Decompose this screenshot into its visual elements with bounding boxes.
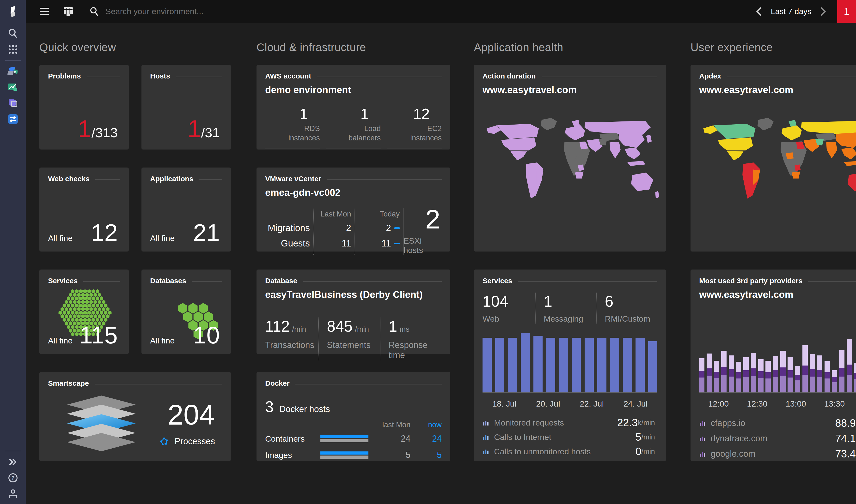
tile-action-duration[interactable]: Action duration www.easytravel.com <box>474 65 666 252</box>
row-label: Images <box>265 450 320 460</box>
dynatrace-logo[interactable] <box>0 0 26 23</box>
hex-dot <box>60 307 64 311</box>
stat-label: Load balancers <box>336 124 381 143</box>
stacked-bar <box>832 370 837 392</box>
providers-stacked-bar-chart <box>699 329 856 393</box>
stacked-bar <box>846 339 852 392</box>
hex-dot <box>65 300 68 304</box>
sidebar-user-icon[interactable] <box>0 486 26 502</box>
hex-dot <box>95 296 99 301</box>
containers-bars <box>320 435 368 442</box>
images-bars <box>320 451 368 458</box>
status-text: All fine <box>150 336 175 345</box>
hex-dot <box>71 304 74 308</box>
sidebar-help-icon[interactable]: ? <box>0 470 26 486</box>
tile-problems[interactable]: Problems 1 /313 <box>39 65 129 149</box>
sidebar-item-analytics-icon[interactable] <box>0 79 26 95</box>
hex-dot <box>87 310 91 314</box>
hex-dot <box>69 300 72 304</box>
tile-services[interactable]: Services All fine115 <box>39 270 129 354</box>
dashboards-icon[interactable] <box>63 6 74 17</box>
tile-vmware-vcenter[interactable]: VMware vCenter emea-gdn-vc002 Migrations… <box>257 167 450 252</box>
stat-web: 104 Web <box>483 292 535 324</box>
hex-dot <box>87 318 91 322</box>
hex-dot <box>100 296 103 301</box>
hex-dot <box>67 296 70 301</box>
x-axis-label: 13:00 <box>786 399 806 409</box>
cell-value: 11 <box>382 236 391 251</box>
timeframe-prev-icon[interactable] <box>755 6 763 17</box>
sidebar-item-hub-icon[interactable] <box>0 64 26 79</box>
tile-aws-account[interactable]: AWS account demo environment 1 RDS insta… <box>257 65 450 149</box>
tile-docker[interactable]: Docker 3 Docker hosts last Mon now Conta… <box>257 372 450 461</box>
tile-rule <box>176 76 222 77</box>
hex-dot <box>89 307 93 311</box>
hex-dot <box>91 289 95 293</box>
tile-3rd-party-providers[interactable]: Most used 3rd party providers www.easytr… <box>691 270 856 461</box>
bar <box>648 341 657 392</box>
col-header-last-mon: last Mon <box>368 420 410 429</box>
metric-row: Monitored requests 22.3 k/min <box>483 415 655 430</box>
stat-label: Transactions <box>265 340 318 350</box>
hex-dot <box>85 307 89 311</box>
vmware-col-last-mon: Last Mon 2 11 <box>313 208 354 255</box>
hex-dot <box>83 310 87 314</box>
hex-dot <box>67 318 70 322</box>
tile-apdex[interactable]: Apdex www.easytravel.com <box>691 65 856 252</box>
stacked-bar <box>736 362 741 392</box>
tile-web-checks[interactable]: Web checks All fine12 <box>39 167 129 252</box>
provider-value: 73.4 <box>835 448 856 460</box>
bar <box>546 338 555 392</box>
timeframe-next-icon[interactable] <box>820 6 827 17</box>
stat-messaging: 1 Messaging <box>535 292 596 324</box>
stat-value: 6 <box>605 292 657 310</box>
metric-unit: /min <box>641 433 655 441</box>
search-placeholder: Search your environment... <box>105 7 204 16</box>
hex-dot <box>94 307 97 311</box>
provider-value: 88.9 <box>835 417 856 429</box>
hex-dot <box>102 307 105 311</box>
metric-label: Calls to Internet <box>494 432 551 442</box>
x-axis-label: 20. Jul <box>536 399 560 409</box>
smartscape-layers-icon <box>53 394 150 454</box>
stat-unit: /min <box>292 325 306 334</box>
tile-databases[interactable]: Databases All fine10 <box>141 270 231 354</box>
hex-dot <box>85 314 89 318</box>
tile-smartscape[interactable]: Smartscape 204 Processes <box>39 372 231 461</box>
sidebar-item-releases-icon[interactable] <box>0 95 26 111</box>
sidebar-search-icon[interactable] <box>0 26 26 41</box>
hex-dot <box>83 289 87 293</box>
tile-app-services[interactable]: Services 104 Web 1 Messaging 6 RMI/Custo… <box>474 270 666 461</box>
col-header-now: now <box>410 420 442 429</box>
timeframe-selector: Last 7 days 1 <box>755 0 856 23</box>
tile-subtitle: demo environment <box>265 85 351 95</box>
row-label: Migrations <box>265 220 313 236</box>
menu-icon[interactable] <box>40 8 49 15</box>
metric-label: Monitored requests <box>494 418 564 428</box>
stat-label: RDS instances <box>276 124 320 143</box>
x-axis-label: 18. Jul <box>492 399 517 409</box>
notifications-badge[interactable]: 1 <box>837 0 856 23</box>
tile-hosts[interactable]: Hosts 1 /31 <box>141 65 231 149</box>
row-label: Containers <box>265 434 320 444</box>
stat-label: RMI/Custom <box>605 314 657 324</box>
section-title-app-health: Application health <box>474 41 563 54</box>
tile-applications[interactable]: Applications All fine21 <box>141 167 231 252</box>
hex-dot <box>63 318 66 322</box>
mini-bar-chart-icon <box>699 450 706 457</box>
sidebar-item-automations-icon[interactable] <box>0 111 26 127</box>
search-bar[interactable]: Search your environment... <box>89 6 755 17</box>
stat-label: Response time <box>389 340 442 360</box>
stat-unit: /min <box>355 325 369 334</box>
tile-database[interactable]: Database easyTravelBusiness (Derby Clien… <box>257 270 450 354</box>
tile-rule <box>317 76 442 77</box>
timeframe-label[interactable]: Last 7 days <box>771 7 811 16</box>
sidebar-expand-icon[interactable] <box>0 454 26 470</box>
sidebar-apps-grid-icon[interactable] <box>0 41 26 57</box>
stacked-bar <box>839 350 844 392</box>
value-now: 24 <box>410 434 442 444</box>
stat-label: Web <box>483 314 535 324</box>
chart-x-axis-labels: 12:0012:3013:0013:30 <box>699 399 854 409</box>
section-title-user-experience: User experience <box>691 41 773 54</box>
stacked-bar <box>824 361 830 392</box>
